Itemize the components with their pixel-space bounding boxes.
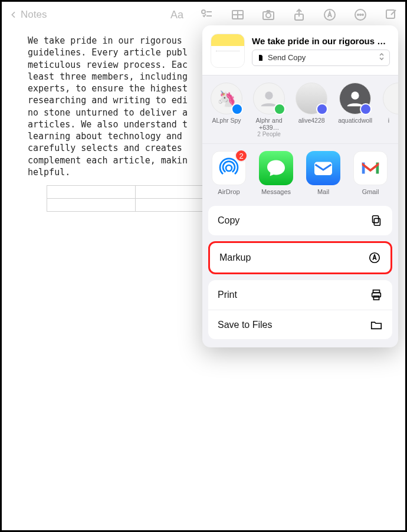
print-icon: [370, 288, 383, 301]
discord-badge-icon: [316, 103, 328, 115]
back-label: Notes: [21, 9, 47, 21]
svg-rect-14: [316, 163, 331, 175]
messages-badge-icon: [274, 103, 285, 115]
back-button[interactable]: Notes: [9, 9, 47, 21]
action-save-to-files[interactable]: Save to Files: [208, 310, 392, 339]
discord-badge-icon: [360, 103, 372, 115]
more-icon[interactable]: [353, 8, 367, 22]
svg-rect-15: [374, 218, 380, 225]
mail-icon: [306, 151, 340, 185]
share-apps-row: 2 AirDrop Messages Mail Gmail: [202, 143, 398, 201]
markup-toolbar-icon[interactable]: [323, 8, 337, 22]
action-markup[interactable]: Markup: [210, 243, 390, 272]
svg-rect-20: [373, 296, 379, 300]
svg-rect-16: [373, 216, 379, 223]
badge-count: 2: [235, 149, 248, 162]
table-icon[interactable]: [231, 8, 245, 22]
markup-icon: [368, 251, 381, 264]
copy-icon: [370, 214, 383, 227]
gmail-icon: [353, 151, 388, 185]
compose-icon[interactable]: [384, 8, 398, 22]
toolbar-actions: Aa: [170, 8, 398, 22]
notes-app-icon: [211, 34, 245, 68]
svg-point-13: [226, 165, 232, 171]
share-actions: Copy Markup Print Save to Files: [202, 201, 398, 347]
avatar: [383, 83, 398, 114]
chevron-updown-icon: [379, 52, 385, 63]
avatar: [253, 83, 285, 114]
svg-point-17: [370, 253, 380, 263]
share-people-row: 🦄 ALphr Spy Alphr and +639… 2 People ali…: [202, 75, 398, 143]
folder-icon: [370, 318, 383, 331]
avatar: 🦄: [211, 83, 242, 114]
share-icon[interactable]: [292, 8, 306, 22]
share-title: We take pride in our rigorous edit…: [252, 36, 390, 46]
share-app-airdrop[interactable]: 2 AirDrop: [211, 151, 247, 195]
svg-rect-10: [386, 10, 395, 18]
share-app-mail[interactable]: Mail: [305, 151, 342, 195]
action-copy[interactable]: Copy: [208, 206, 392, 235]
document-icon: [257, 54, 264, 61]
share-sheet: We take pride in our rigorous edit… Send…: [202, 25, 398, 347]
share-person[interactable]: i: [383, 83, 395, 137]
airdrop-badge-icon: [231, 103, 243, 115]
messages-icon: [259, 151, 293, 185]
camera-icon[interactable]: [261, 8, 275, 22]
airdrop-icon: 2: [212, 151, 246, 185]
share-app-gmail[interactable]: Gmail: [352, 151, 389, 195]
svg-point-9: [362, 14, 363, 15]
send-copy-selector[interactable]: Send Copy: [252, 50, 390, 66]
text-style-icon[interactable]: Aa: [170, 9, 183, 21]
svg-point-12: [351, 91, 359, 99]
share-person[interactable]: 🦄 ALphr Spy: [211, 83, 242, 137]
share-person[interactable]: Alphr and +639… 2 People: [253, 83, 285, 137]
avatar: [296, 83, 327, 114]
svg-point-8: [360, 14, 361, 15]
top-toolbar: Notes Aa: [2, 2, 405, 28]
svg-point-7: [357, 14, 359, 15]
avatar: [339, 83, 371, 114]
action-print[interactable]: Print: [208, 280, 392, 310]
svg-point-0: [202, 10, 205, 14]
svg-point-11: [265, 91, 273, 99]
share-header: We take pride in our rigorous edit… Send…: [202, 25, 398, 75]
empty-table[interactable]: [47, 185, 224, 212]
checklist-icon[interactable]: [200, 8, 214, 22]
share-app-messages[interactable]: Messages: [258, 151, 294, 195]
share-person[interactable]: aquaticdwoll: [338, 83, 372, 137]
share-person[interactable]: alive4228: [296, 83, 327, 137]
svg-point-3: [266, 13, 271, 18]
send-copy-label: Send Copy: [268, 53, 306, 62]
